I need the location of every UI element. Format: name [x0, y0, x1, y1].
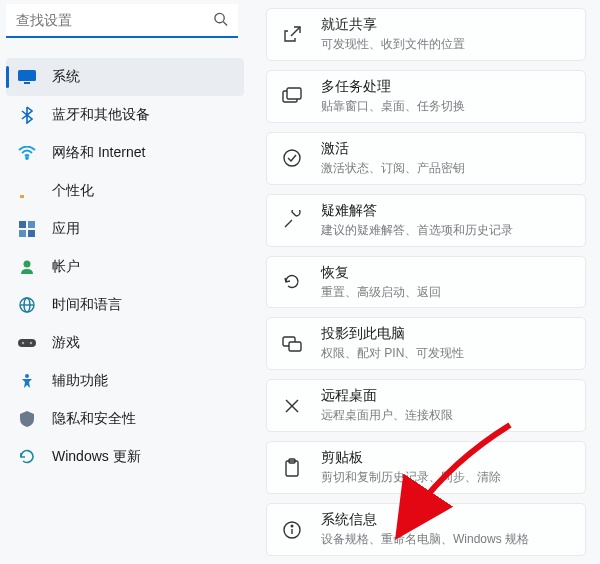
svg-point-16 — [30, 342, 32, 344]
card-subtitle: 设备规格、重命名电脑、Windows 规格 — [321, 531, 529, 548]
sidebar-item-label: 个性化 — [52, 182, 94, 200]
svg-rect-2 — [18, 70, 36, 81]
share-icon — [281, 23, 303, 45]
account-icon — [18, 258, 36, 276]
apps-icon — [18, 220, 36, 238]
svg-point-10 — [24, 261, 31, 268]
svg-rect-5 — [20, 195, 24, 198]
update-icon — [18, 448, 36, 466]
card-multitask[interactable]: 多任务处理 贴靠窗口、桌面、任务切换 — [266, 70, 586, 123]
sidebar-item-label: 辅助功能 — [52, 372, 108, 390]
svg-rect-3 — [24, 82, 30, 84]
sidebar-item-label: 隐私和安全性 — [52, 410, 136, 428]
bluetooth-icon — [18, 106, 36, 124]
card-title: 疑难解答 — [321, 202, 513, 220]
search-icon — [213, 12, 228, 31]
card-recovery[interactable]: 恢复 重置、高级启动、返回 — [266, 256, 586, 309]
sidebar-item-update[interactable]: Windows 更新 — [6, 438, 244, 476]
sidebar-item-privacy[interactable]: 隐私和安全性 — [6, 400, 244, 438]
svg-point-20 — [284, 150, 300, 166]
card-subtitle: 贴靠窗口、桌面、任务切换 — [321, 98, 465, 115]
search-input[interactable] — [6, 4, 238, 38]
card-system-info[interactable]: 系统信息 设备规格、重命名电脑、Windows 规格 — [266, 503, 586, 556]
svg-rect-7 — [28, 221, 35, 228]
sidebar-item-label: 时间和语言 — [52, 296, 122, 314]
card-title: 远程桌面 — [321, 387, 453, 405]
svg-point-17 — [25, 374, 29, 378]
wrench-icon — [281, 209, 303, 231]
sidebar-item-label: 应用 — [52, 220, 80, 238]
sidebar-item-time[interactable]: 时间和语言 — [6, 286, 244, 324]
sidebar-item-label: 游戏 — [52, 334, 80, 352]
sidebar-item-accounts[interactable]: 帐户 — [6, 248, 244, 286]
sidebar-item-network[interactable]: 网络和 Internet — [6, 134, 244, 172]
card-subtitle: 重置、高级启动、返回 — [321, 284, 441, 301]
svg-line-1 — [223, 22, 227, 26]
svg-point-4 — [26, 157, 28, 159]
card-title: 投影到此电脑 — [321, 325, 464, 343]
project-icon — [281, 333, 303, 355]
card-title: 就近共享 — [321, 16, 465, 34]
card-title: 系统信息 — [321, 511, 529, 529]
card-remote-desktop[interactable]: 远程桌面 远程桌面用户、连接权限 — [266, 379, 586, 432]
sidebar-item-apps[interactable]: 应用 — [6, 210, 244, 248]
accessibility-icon — [18, 372, 36, 390]
recovery-icon — [281, 271, 303, 293]
sidebar-item-label: 蓝牙和其他设备 — [52, 106, 150, 124]
card-troubleshoot[interactable]: 疑难解答 建议的疑难解答、首选项和历史记录 — [266, 194, 586, 247]
svg-rect-8 — [19, 230, 26, 237]
sidebar-item-label: 系统 — [52, 68, 80, 86]
check-circle-icon — [281, 147, 303, 169]
svg-point-15 — [22, 342, 24, 344]
card-project[interactable]: 投影到此电脑 权限、配对 PIN、可发现性 — [266, 317, 586, 370]
card-title: 剪贴板 — [321, 449, 501, 467]
gamepad-icon — [18, 334, 36, 352]
search-box — [6, 4, 238, 38]
globe-icon — [18, 296, 36, 314]
sidebar-item-label: 帐户 — [52, 258, 80, 276]
card-title: 多任务处理 — [321, 78, 465, 96]
svg-rect-6 — [19, 221, 26, 228]
svg-rect-14 — [18, 339, 36, 347]
brush-icon — [18, 182, 36, 200]
sidebar-item-bluetooth[interactable]: 蓝牙和其他设备 — [6, 96, 244, 134]
card-subtitle: 可发现性、收到文件的位置 — [321, 36, 465, 53]
card-subtitle: 激活状态、订阅、产品密钥 — [321, 160, 465, 177]
card-subtitle: 远程桌面用户、连接权限 — [321, 407, 453, 424]
card-activation[interactable]: 激活 激活状态、订阅、产品密钥 — [266, 132, 586, 185]
display-icon — [18, 68, 36, 86]
sidebar-item-system[interactable]: 系统 — [6, 58, 244, 96]
remote-icon — [281, 395, 303, 417]
sidebar-item-label: 网络和 Internet — [52, 144, 145, 162]
sidebar-nav: 系统 蓝牙和其他设备 网络和 Internet 个性化 应用 — [6, 58, 244, 476]
card-subtitle: 剪切和复制历史记录、同步、清除 — [321, 469, 501, 486]
card-subtitle: 权限、配对 PIN、可发现性 — [321, 345, 464, 362]
shield-icon — [18, 410, 36, 428]
card-title: 恢复 — [321, 264, 441, 282]
svg-rect-9 — [28, 230, 35, 237]
main-panel: 就近共享 可发现性、收到文件的位置 多任务处理 贴靠窗口、桌面、任务切换 激活 … — [250, 0, 600, 564]
card-nearby-sharing[interactable]: 就近共享 可发现性、收到文件的位置 — [266, 8, 586, 61]
sidebar-item-personalize[interactable]: 个性化 — [6, 172, 244, 210]
info-icon — [281, 519, 303, 541]
svg-point-0 — [215, 13, 224, 22]
card-clipboard[interactable]: 剪贴板 剪切和复制历史记录、同步、清除 — [266, 441, 586, 494]
sidebar-item-gaming[interactable]: 游戏 — [6, 324, 244, 362]
svg-rect-22 — [289, 342, 301, 351]
wifi-icon — [18, 144, 36, 162]
card-subtitle: 建议的疑难解答、首选项和历史记录 — [321, 222, 513, 239]
sidebar: 系统 蓝牙和其他设备 网络和 Internet 个性化 应用 — [0, 0, 250, 564]
sidebar-item-accessibility[interactable]: 辅助功能 — [6, 362, 244, 400]
svg-point-29 — [291, 525, 293, 527]
card-title: 激活 — [321, 140, 465, 158]
multitask-icon — [281, 85, 303, 107]
svg-rect-19 — [287, 88, 301, 99]
sidebar-item-label: Windows 更新 — [52, 448, 141, 466]
clipboard-icon — [281, 457, 303, 479]
